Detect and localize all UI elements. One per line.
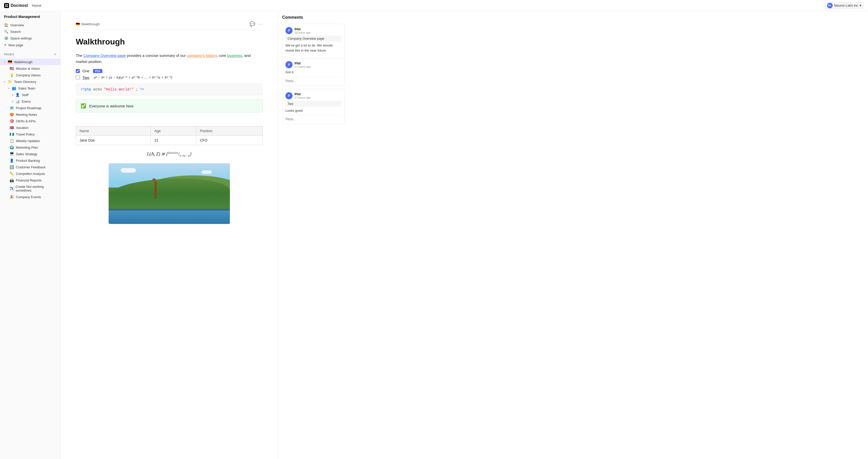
reply-input[interactable] [285,79,341,83]
comment-text: Got it. [285,70,341,75]
sidebar-item-create-not-working[interactable]: ✈️ Create Not working sometimes [0,183,60,194]
backlog-icon: 👤 [9,159,14,163]
sidebar-item-execs[interactable]: 📊 Execs [0,98,60,105]
math-block: L(A, Z) ≅ {functions/V×W→Z} [76,151,263,157]
overview-icon: 🏠 [4,23,8,27]
comment-author: Phil [294,27,311,31]
breadcrumb: 🇩🇪 Walkthrough 💬 ⋯ [76,21,263,30]
content-area: 🇩🇪 Walkthrough 💬 ⋯ Walkthrough The Compa… [61,11,868,459]
cell-name[interactable]: Jane Doe [76,136,151,145]
data-table: Name Age Position Jane Doe 21 CFO [76,126,263,145]
settings-icon: ⚙️ [4,36,8,40]
code-block[interactable]: <?php echo "Hello World!" ; ?> [76,84,263,95]
sidebar-item-label: OKRs & KPIs [16,119,36,123]
search-icon: 🔍 [4,30,8,34]
sidebar-item-search[interactable]: 🔍 Search [0,28,60,35]
sidebar-item-staff[interactable]: 👤 Staff [0,91,60,98]
svg-rect-0 [5,4,6,5]
sidebar-item-label: New page [8,43,23,47]
staff-icon: 👤 [16,93,20,97]
clouds2 [202,170,212,174]
doc-title[interactable]: Walkthrough [76,37,263,47]
checkbox-2[interactable] [76,75,80,79]
comment-author: Phil [294,92,311,96]
code-string: "Hello World!" [104,87,134,91]
sidebar-item-sales-strategy[interactable]: 🖥️ Sales Strategy [0,151,60,157]
marketing-icon: 🌍 [9,145,14,149]
values-icon: 💡 [9,73,14,77]
sidebar-item-label: Product Backlog [16,159,40,163]
svg-rect-2 [5,6,6,7]
sidebar-item-company-events[interactable]: 🎉 Company Events [0,194,60,200]
sidebar-item-team-directory[interactable]: ▾ 📁 Team Directory [0,78,60,85]
financial-icon: 🗃️ [9,178,14,182]
nav-home[interactable]: Home [32,3,41,7]
okrs-icon: 🎯 [9,119,14,123]
chevron-down-icon: ▾ [8,87,9,90]
sidebar-item-financial-reports[interactable]: 🗃️ Financial Reports [0,177,60,183]
sidebar-item-customer-feedback[interactable]: ℹ️ Customer Feedback [0,164,60,170]
sidebar-item-overview[interactable]: 🏠 Overview [0,22,60,28]
table-toolbar-wrapper: Merge cells [76,116,263,125]
checkbox-2-label: Two [82,75,89,80]
sidebar-item-product-backlog[interactable]: 👤 Product Backlog [0,157,60,164]
cell-age[interactable]: 21 [151,136,196,145]
code-echo: echo [93,87,104,91]
sidebar-item-label: Create Not working sometimes [16,185,56,192]
workspace-switcher[interactable]: NL Neuron Labs Inc ▾ [825,2,864,9]
checkbox-1-label: One [82,69,89,73]
sidebar-item-label: Walkthrough [14,60,33,64]
tower [155,181,157,198]
comment-thread-2: P Phil 17 hours ago Two Looks good. [282,89,345,124]
add-page-button[interactable]: + [54,52,56,57]
comment-reply-area[interactable] [285,115,341,121]
sidebar-item-label: Space settings [10,36,32,40]
workspace-chevron: ▾ [860,3,862,7]
sidebar-item-travel-policy[interactable]: 🇳🇬 Travel Policy [0,131,60,138]
more-options-icon[interactable]: ⋯ [258,21,263,27]
chevron-down-icon: ▾ [4,80,5,83]
code-php-close: ?> [140,87,144,91]
sidebar-item-label: Sales Team [18,86,35,90]
sidebar-item-company-values[interactable]: 💡 Company Values [0,72,60,78]
feedback-icon: ℹ️ [9,165,14,169]
sidebar-item-mission-vision[interactable]: 🇺🇸 Mission & Vision [0,65,60,72]
comment-reply-area[interactable] [285,77,341,83]
sales-team-icon: 👥 [12,86,16,90]
comments-title: Comments [282,15,345,20]
comment-text: We've got a lot to do. We should revisit… [285,43,341,53]
sidebar-item-competitor-analysis[interactable]: ✏️ Competitor Analysis [0,170,60,177]
col-header-age: Age [151,126,196,136]
link-business[interactable]: business [227,53,242,58]
checkbox-1[interactable] [76,69,80,73]
sidebar-item-vacation[interactable]: 🇬🇧 Vacation [0,124,60,131]
comment-icon[interactable]: 💬 [250,21,255,27]
comment-item-2-1: P Phil 17 hours ago Two Looks good. [282,89,344,124]
comment-time: 17 hours ago [294,65,311,68]
checklist-item-2: Two aⁿ − bⁿ = (a − b)(aⁿ⁻¹ + aⁿ⁻²b + … +… [76,75,263,80]
pages-list: ▾ 🇩🇪 Walkthrough 🇺🇸 Mission & Vision 💡 C… [0,58,60,201]
cell-position[interactable]: CFO [196,136,263,145]
sidebar-item-project-roadmap[interactable]: 🗺️ Project Roadmap [0,105,60,111]
competitor-icon: ✏️ [9,172,14,176]
sidebar-item-label: Search [10,30,21,34]
callout-block: ✅ Everyone is welcome here [76,99,263,113]
sidebar-item-space-settings[interactable]: ⚙️ Space settings [0,35,60,41]
reply-input[interactable] [285,117,341,121]
sidebar-item-walkthrough[interactable]: ▾ 🇩🇪 Walkthrough [0,59,60,65]
comment-header: P Phil 17 hours ago [285,61,341,68]
sidebar-item-meeting-notes[interactable]: 😍 Meeting Notes [0,111,60,118]
tower-top [152,178,156,181]
workspace-name: Neuron Labs Inc [834,3,858,7]
link-company-history[interactable]: company's history [187,53,217,58]
doc-image [108,163,230,224]
breadcrumb-label: Walkthrough [81,22,100,26]
sidebar-item-okrs-kpis[interactable]: 🎯 OKRs & KPIs [0,118,60,124]
link-company-overview[interactable]: Company Overview page [83,53,126,58]
sidebar-item-weekly-updates[interactable]: 📋 Weekly Updates [0,138,60,144]
comment-author: Phil [294,61,311,65]
sidebar-item-sales-team[interactable]: ▾ 👥 Sales Team [0,85,60,91]
avatar: P [285,92,292,99]
sidebar-item-marketing-plan[interactable]: 🌍 Marketing Plan [0,144,60,151]
sidebar-item-new-page[interactable]: + New page [0,41,60,49]
